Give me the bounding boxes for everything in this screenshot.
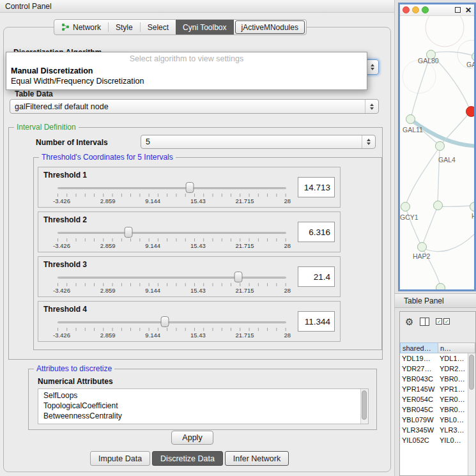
list-item[interactable]: SelfLoops	[43, 390, 363, 401]
table-row[interactable]: YDR27… YDR2…	[400, 364, 468, 374]
tab-style[interactable]: Style	[109, 20, 140, 35]
tab-impute-data[interactable]: Impute Data	[90, 451, 150, 466]
tab-jactivemnodules[interactable]: jActiveMNodules	[235, 20, 305, 34]
table-row[interactable]: YBR043C YBR0…	[400, 374, 468, 384]
cell[interactable]: YBR0…	[438, 375, 468, 383]
table-data-combobox[interactable]: galFiltered.sif default node	[10, 99, 379, 114]
network-canvas[interactable]: GAL80 GA GAL11 GAL4 GCY1 H HAP2	[400, 16, 474, 289]
list-item[interactable]: BetweennessCentrality	[43, 411, 363, 421]
close-icon[interactable]: ✕	[465, 6, 472, 14]
node-gal11[interactable]	[406, 114, 415, 124]
cell[interactable]: YLR345W	[400, 426, 438, 434]
table-scrollbar[interactable]	[468, 353, 475, 475]
table-data-label: Table Data	[15, 89, 53, 98]
node-gal4[interactable]	[435, 141, 445, 151]
combobox-spinner-icon[interactable]	[365, 100, 374, 113]
node-label: GAL11	[403, 126, 423, 134]
cell[interactable]: YPR145W	[400, 385, 438, 393]
float-window-icon[interactable]	[455, 7, 461, 13]
threshold-3-value-field[interactable]	[298, 266, 335, 287]
threshold-4-slider[interactable]: -3.426 2.859 9.144 15.43 21.715 28	[58, 316, 286, 341]
cell[interactable]: YIL052C	[400, 436, 438, 444]
cell[interactable]: YDL19…	[400, 355, 438, 362]
number-of-intervals-combobox[interactable]: 5	[141, 135, 376, 149]
tick-label: 28	[284, 197, 291, 204]
tick-label: 15.43	[190, 287, 206, 294]
cell[interactable]: YDR27…	[400, 365, 438, 372]
tick-label: 21.715	[236, 332, 254, 339]
number-of-intervals-label: Number of Intervals	[36, 138, 108, 147]
combobox-spinner-icon[interactable]	[362, 135, 371, 148]
tab-infer-network[interactable]: Infer Network	[225, 451, 289, 466]
checkbox-icon[interactable]: ✓	[443, 318, 450, 325]
tick-label: 28	[284, 287, 291, 294]
column-header-shared-name[interactable]: shared…	[400, 342, 438, 353]
table-row[interactable]: YPR145W YPR1…	[400, 384, 468, 394]
slider-tick-labels: -3.426 2.859 9.144 15.43 21.715 28	[53, 332, 291, 339]
table-row[interactable]: YLR345W YLR3…	[400, 425, 468, 435]
table-row[interactable]: YBR045C YBR0…	[400, 404, 468, 415]
dropdown-option-equal-width[interactable]: Equal Width/Frequency Discretization	[6, 75, 367, 86]
tab-select[interactable]: Select	[141, 20, 176, 35]
slider-track[interactable]	[58, 187, 286, 189]
tick-label: 15.43	[190, 242, 206, 249]
mac-zoom-button[interactable]	[422, 6, 429, 13]
threshold-4-value-field[interactable]	[298, 311, 335, 332]
node-hap2[interactable]	[417, 242, 427, 252]
threshold-1-slider[interactable]: -3.426 2.859 9.144 15.43 21.715 28	[58, 181, 286, 207]
cell[interactable]: YLR3…	[438, 426, 468, 434]
window-gadgets: ✕	[455, 6, 472, 14]
scrollbar-thumb[interactable]	[469, 355, 474, 390]
table-row[interactable]: YER054C YER0…	[400, 394, 468, 404]
table-row[interactable]: YBL079W YBL0…	[400, 415, 468, 425]
mac-close-button[interactable]	[403, 6, 410, 13]
node[interactable]	[433, 201, 443, 210]
tick-label: 28	[284, 332, 291, 339]
tab-discretize-data[interactable]: Discretize Data	[152, 451, 223, 466]
cell[interactable]: YDR2…	[438, 365, 468, 372]
tab-cyni-toolbox[interactable]: Cyni Toolbox	[176, 20, 233, 35]
cell[interactable]: YIL0…	[438, 436, 468, 444]
scrollbar-thumb[interactable]	[362, 390, 367, 420]
threshold-3-slider[interactable]: -3.426 2.859 9.144 15.43 21.715 28	[58, 271, 286, 296]
mac-minimize-button[interactable]	[412, 6, 419, 13]
slider-track[interactable]	[58, 277, 286, 279]
cell[interactable]: YER0…	[438, 395, 468, 403]
cell[interactable]: YPR1…	[438, 385, 468, 393]
control-panel-tabbar: Network Style Select Cyni Toolbox jActiv…	[54, 19, 307, 35]
cell[interactable]: YBR045C	[400, 406, 438, 413]
slider-thumb[interactable]	[161, 316, 169, 327]
threshold-2-label: Threshold 2	[43, 215, 87, 224]
slider-thumb[interactable]	[234, 272, 242, 282]
slider-track[interactable]	[58, 232, 286, 234]
slider-thumb[interactable]	[185, 182, 194, 193]
node-gcy1[interactable]	[401, 202, 410, 211]
slider-track[interactable]	[58, 321, 286, 323]
cell[interactable]: YBL079W	[400, 416, 438, 424]
node-selected-red[interactable]	[466, 106, 474, 117]
table-row[interactable]: YIL052C YIL0…	[400, 435, 468, 445]
slider-thumb[interactable]	[124, 227, 132, 238]
table-row[interactable]: YDL19… YDL1…	[400, 353, 468, 364]
threshold-2-slider[interactable]: -3.426 2.859 9.144 15.43 21.715 28	[58, 226, 286, 252]
node[interactable]	[436, 283, 445, 289]
checkbox-icon[interactable]: ✓	[436, 318, 442, 325]
cell[interactable]: YBL0…	[438, 416, 468, 424]
tick-label: 21.715	[236, 197, 254, 204]
cell[interactable]: YBR043C	[400, 375, 438, 383]
column-header-name[interactable]: n…	[438, 342, 475, 353]
threshold-1-value-field[interactable]	[298, 177, 335, 197]
gear-icon[interactable]: ⚙	[405, 317, 413, 326]
cell[interactable]: YBR0…	[438, 406, 468, 413]
list-scrollbar[interactable]	[360, 389, 368, 424]
columns-icon[interactable]	[420, 318, 429, 326]
threshold-2-value-field[interactable]	[298, 222, 335, 242]
tab-network[interactable]: Network	[54, 20, 108, 35]
table-toolbar: ⚙ ✓ ✓	[400, 312, 475, 331]
dropdown-option-manual[interactable]: Manual Discretization	[6, 65, 367, 75]
apply-button[interactable]: Apply	[171, 431, 213, 445]
cell[interactable]: YER054C	[400, 395, 438, 403]
list-item[interactable]: TopologicalCoefficient	[43, 401, 363, 411]
cell[interactable]: YDL1…	[438, 355, 468, 362]
dropdown-hint: Select algorithm to view settings	[6, 54, 367, 65]
